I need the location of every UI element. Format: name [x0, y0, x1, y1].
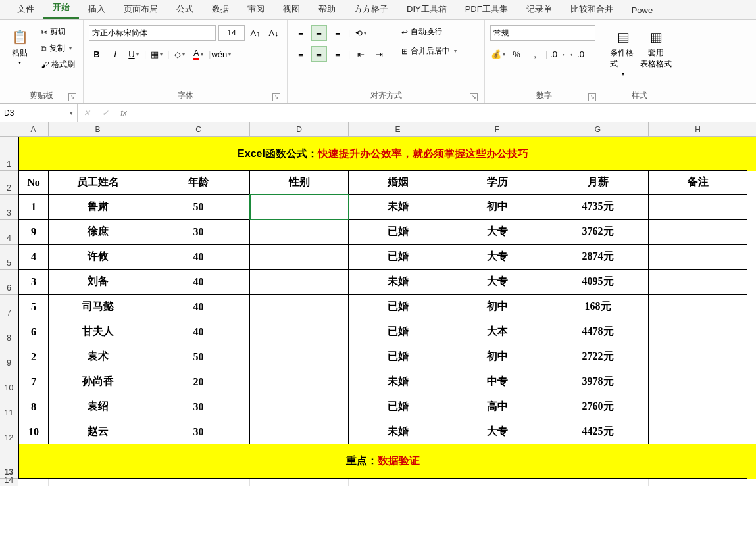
- cell-D11[interactable]: [250, 394, 349, 419]
- conditional-format-button[interactable]: ▤ 条件格式▾: [609, 25, 638, 78]
- cell-D5[interactable]: [250, 245, 349, 270]
- row-header-13[interactable]: 13: [0, 444, 18, 479]
- tab-帮助[interactable]: 帮助: [309, 0, 345, 19]
- cell-A12[interactable]: 10: [18, 419, 49, 444]
- merge-center-button[interactable]: ⊞合并后居中: [399, 44, 459, 58]
- font-launcher[interactable]: ↘: [272, 93, 280, 101]
- row-header-11[interactable]: 11: [0, 394, 18, 419]
- italic-button[interactable]: I: [107, 46, 123, 62]
- cell-C11[interactable]: 30: [147, 394, 250, 419]
- tab-页面布局[interactable]: 页面布局: [114, 0, 167, 19]
- fx-button[interactable]: fx: [114, 108, 133, 118]
- cell-G4[interactable]: 3762元: [547, 220, 649, 245]
- align-middle-button[interactable]: ≡: [311, 25, 327, 41]
- cell-A7[interactable]: 5: [18, 295, 49, 319]
- phonetic-button[interactable]: wén: [213, 46, 229, 62]
- cell-H8[interactable]: [649, 319, 747, 344]
- cell-A6[interactable]: 3: [18, 270, 49, 295]
- indent-increase-button[interactable]: ⇥: [371, 46, 387, 62]
- cell-E3[interactable]: 未婚: [349, 195, 447, 220]
- cell-F10[interactable]: 中专: [447, 369, 547, 394]
- cell-H7[interactable]: [649, 295, 747, 319]
- cell-C10[interactable]: 20: [147, 369, 250, 394]
- cell-G10[interactable]: 3978元: [547, 369, 649, 394]
- cell-A5[interactable]: 4: [18, 245, 49, 270]
- align-center-button[interactable]: ≡: [311, 46, 327, 62]
- cell-C9[interactable]: 50: [147, 344, 250, 369]
- cell-H12[interactable]: [649, 419, 747, 444]
- cell-F9[interactable]: 初中: [447, 344, 547, 369]
- title-cell[interactable]: Excel函数公式：快速提升办公效率，就必须掌握这些办公技巧: [18, 137, 747, 171]
- cell-G3[interactable]: 4735元: [547, 195, 649, 220]
- col-header-H[interactable]: H: [649, 122, 747, 136]
- tab-Powe[interactable]: Powe: [622, 1, 663, 19]
- orientation-button[interactable]: ⟲: [353, 25, 368, 41]
- cell-H3[interactable]: [649, 195, 747, 220]
- tab-开始[interactable]: 开始: [43, 0, 79, 19]
- copy-button[interactable]: ⧉复制: [38, 41, 78, 55]
- header-cell-G[interactable]: 月薪: [547, 171, 649, 195]
- row-header-12[interactable]: 12: [0, 419, 18, 444]
- format-painter-button[interactable]: 🖌格式刷: [38, 58, 78, 72]
- cell-C12[interactable]: 30: [147, 419, 250, 444]
- cell-D8[interactable]: [250, 319, 349, 344]
- cell-H14[interactable]: [649, 479, 747, 486]
- col-header-A[interactable]: A: [18, 122, 49, 136]
- cell-E9[interactable]: 已婚: [349, 344, 447, 369]
- row-header-14[interactable]: 14: [0, 479, 18, 486]
- tab-记录单[interactable]: 记录单: [517, 0, 561, 19]
- cell-G14[interactable]: [547, 479, 649, 486]
- cell-D10[interactable]: [250, 369, 349, 394]
- cell-C3[interactable]: 50: [147, 195, 250, 220]
- row-header-7[interactable]: 7: [0, 295, 18, 319]
- tab-PDF工具集[interactable]: PDF工具集: [456, 0, 517, 19]
- cell-H4[interactable]: [649, 220, 747, 245]
- tab-公式[interactable]: 公式: [167, 0, 203, 19]
- cell-E11[interactable]: 已婚: [349, 394, 447, 419]
- cell-F12[interactable]: 大专: [447, 419, 547, 444]
- number-launcher[interactable]: ↘: [588, 93, 596, 101]
- cell-D4[interactable]: [250, 220, 349, 245]
- cell-D12[interactable]: [250, 419, 349, 444]
- cell-G9[interactable]: 2722元: [547, 344, 649, 369]
- cell-B8[interactable]: 甘夫人: [49, 319, 147, 344]
- border-button[interactable]: ▦: [149, 46, 164, 62]
- cell-F7[interactable]: 初中: [447, 295, 547, 319]
- cell-A9[interactable]: 2: [18, 344, 49, 369]
- bold-button[interactable]: B: [89, 46, 105, 62]
- cell-A3[interactable]: 1: [18, 195, 49, 220]
- header-cell-C[interactable]: 年龄: [147, 171, 250, 195]
- cell-E14[interactable]: [349, 479, 447, 486]
- decrease-decimal-button[interactable]: ←.0: [568, 46, 584, 62]
- cell-F14[interactable]: [447, 479, 547, 486]
- cell-H5[interactable]: [649, 245, 747, 270]
- cell-D6[interactable]: [250, 270, 349, 295]
- indent-decrease-button[interactable]: ⇤: [353, 46, 368, 62]
- cut-button[interactable]: ✂剪切: [38, 25, 78, 39]
- cell-G11[interactable]: 2760元: [547, 394, 649, 419]
- row-header-1[interactable]: 1: [0, 137, 18, 171]
- number-format-select[interactable]: [490, 25, 595, 41]
- col-header-B[interactable]: B: [49, 122, 147, 136]
- cell-C8[interactable]: 40: [147, 319, 250, 344]
- cell-C14[interactable]: [147, 479, 250, 486]
- enter-formula-button[interactable]: ✓: [96, 108, 114, 118]
- paste-button[interactable]: 📋 粘贴 ▾: [5, 25, 34, 67]
- name-box[interactable]: D3 ▾: [0, 104, 78, 122]
- header-cell-E[interactable]: 婚姻: [349, 171, 447, 195]
- row-header-2[interactable]: 2: [0, 171, 18, 195]
- cell-A14[interactable]: [18, 479, 49, 486]
- row-header-3[interactable]: 3: [0, 195, 18, 220]
- cell-G12[interactable]: 4425元: [547, 419, 649, 444]
- col-header-D[interactable]: D: [250, 122, 349, 136]
- cell-E12[interactable]: 未婚: [349, 419, 447, 444]
- align-bottom-button[interactable]: ≡: [330, 25, 345, 41]
- header-cell-D[interactable]: 性别: [250, 171, 349, 195]
- tab-插入[interactable]: 插入: [79, 0, 114, 19]
- comma-button[interactable]: ,: [527, 46, 543, 62]
- cell-C4[interactable]: 30: [147, 220, 250, 245]
- wrap-text-button[interactable]: ↩自动换行: [399, 25, 459, 39]
- percent-button[interactable]: %: [509, 46, 524, 62]
- cell-B11[interactable]: 袁绍: [49, 394, 147, 419]
- header-cell-A[interactable]: No: [18, 171, 49, 195]
